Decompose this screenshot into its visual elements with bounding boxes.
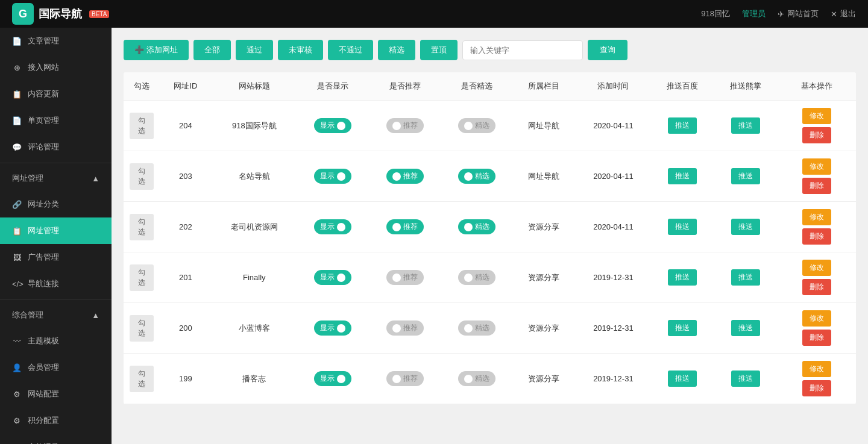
cell-title-203: 名站导航	[212, 151, 297, 202]
sidebar-item-single[interactable]: 📄 单页管理	[0, 107, 112, 134]
push-baidu-btn-199[interactable]: 推送	[668, 371, 697, 387]
sidebar-item-comment[interactable]: 💬 评论管理	[0, 134, 112, 160]
member-icon: 👤	[12, 363, 22, 372]
chevron-up-icon: ▲	[92, 174, 99, 183]
sidebar-item-url-category[interactable]: 🔗 网址分类	[0, 191, 112, 217]
th-category: 所属栏目	[512, 72, 576, 101]
nav-home[interactable]: ✈ 网站首页	[778, 8, 819, 19]
toggle-featured-201[interactable]: 精选	[458, 270, 495, 285]
cell-category-204: 网址导航	[512, 101, 576, 151]
edit-btn-199[interactable]: 修改	[802, 361, 831, 377]
user-role[interactable]: 管理员	[742, 8, 766, 19]
close-icon: ✕	[831, 10, 837, 19]
filter-pending-button[interactable]: 未审核	[278, 40, 323, 60]
push-baidu-btn-200[interactable]: 推送	[668, 320, 697, 336]
check-btn-204[interactable]: 勾选	[130, 113, 154, 139]
toggle-featured-199[interactable]: 精选	[458, 371, 495, 386]
toggle-recommend-199[interactable]: 推荐	[386, 371, 424, 386]
push-baidu-btn-203[interactable]: 推送	[668, 168, 697, 184]
comment-icon: 💬	[12, 143, 22, 152]
filter-all-button[interactable]: 全部	[193, 40, 231, 60]
check-btn-203[interactable]: 勾选	[130, 163, 154, 190]
check-btn-199[interactable]: 勾选	[130, 366, 154, 392]
delete-btn-200[interactable]: 删除	[802, 330, 831, 346]
toggle-recommend-200[interactable]: 推荐	[386, 320, 424, 336]
delete-btn-204[interactable]: 删除	[802, 127, 831, 143]
cell-ops-204: 修改 删除	[777, 101, 856, 151]
toggle-display-204[interactable]: 显示	[314, 118, 351, 133]
toggle-recommend-202[interactable]: 推荐	[386, 219, 424, 234]
cell-title-201: Finally	[212, 252, 297, 303]
cell-recommend-199: 推荐	[369, 354, 441, 404]
add-url-button[interactable]: ➕ 添加网址	[124, 40, 189, 60]
filter-reject-button[interactable]: 不通过	[328, 40, 373, 60]
filter-bar: ➕ 添加网址 全部 通过 未审核 不通过 精选 置顶 查询	[124, 40, 856, 60]
sidebar-item-site-config[interactable]: ⚙ 网站配置	[0, 381, 112, 407]
edit-btn-203[interactable]: 修改	[802, 158, 831, 175]
push-baidu-btn-204[interactable]: 推送	[668, 117, 697, 134]
sidebar-item-url-manage[interactable]: 📋 网址管理	[0, 217, 112, 244]
push-xiong-btn-202[interactable]: 推送	[731, 219, 760, 235]
cell-id-199: 199	[160, 354, 212, 404]
cell-category-202: 资源分享	[512, 202, 576, 252]
search-button[interactable]: 查询	[588, 40, 627, 60]
search-input[interactable]	[462, 40, 583, 60]
cell-push-baidu-202: 推送	[651, 202, 714, 252]
toggle-display-203[interactable]: 显示	[314, 169, 351, 184]
push-xiong-btn-201[interactable]: 推送	[731, 269, 760, 286]
delete-btn-199[interactable]: 删除	[802, 380, 831, 396]
toggle-display-200[interactable]: 显示	[314, 320, 351, 336]
filter-featured-button[interactable]: 精选	[378, 40, 415, 60]
edit-btn-204[interactable]: 修改	[802, 108, 831, 124]
sidebar-item-points[interactable]: ⚙ 积分配置	[0, 407, 112, 434]
cell-check-199: 勾选	[124, 354, 160, 404]
delete-btn-201[interactable]: 删除	[802, 279, 831, 295]
edit-btn-200[interactable]: 修改	[802, 310, 831, 327]
check-btn-202[interactable]: 勾选	[130, 214, 154, 240]
sidebar-item-ad[interactable]: 🖼 广告管理	[0, 244, 112, 270]
push-xiong-btn-199[interactable]: 推送	[731, 371, 760, 387]
toggle-recommend-201[interactable]: 推荐	[386, 270, 424, 285]
cell-date-202: 2020-04-11	[576, 202, 652, 252]
check-btn-200[interactable]: 勾选	[130, 315, 154, 342]
cell-recommend-203: 推荐	[369, 151, 441, 202]
toggle-featured-202[interactable]: 精选	[458, 219, 495, 234]
filter-pass-button[interactable]: 通过	[236, 40, 273, 60]
delete-btn-203[interactable]: 删除	[802, 178, 831, 194]
edit-btn-202[interactable]: 修改	[802, 209, 831, 225]
filter-top-button[interactable]: 置顶	[420, 40, 458, 60]
check-btn-201[interactable]: 勾选	[130, 264, 154, 291]
toggle-recommend-203[interactable]: 推荐	[386, 169, 424, 184]
push-xiong-btn-203[interactable]: 推送	[731, 168, 760, 184]
sidebar-group-general[interactable]: 综合管理 ▲	[0, 302, 112, 328]
sidebar-item-theme[interactable]: 〰 主题模板	[0, 328, 112, 354]
sidebar-item-article[interactable]: 📄 文章管理	[0, 28, 112, 54]
push-xiong-btn-204[interactable]: 推送	[731, 117, 760, 134]
sidebar-item-member[interactable]: 👤 会员管理	[0, 354, 112, 381]
cell-push-baidu-199: 推送	[651, 354, 714, 404]
sidebar-item-content[interactable]: 📋 内容更新	[0, 81, 112, 107]
toggle-display-199[interactable]: 显示	[314, 371, 351, 386]
cell-display-201: 显示	[297, 252, 369, 303]
push-xiong-btn-200[interactable]: 推送	[731, 320, 760, 336]
toggle-display-202[interactable]: 显示	[314, 219, 351, 234]
delete-btn-202[interactable]: 删除	[802, 228, 831, 245]
sidebar-group-url[interactable]: 网址管理 ▲	[0, 166, 112, 191]
nav-exit[interactable]: ✕ 退出	[831, 8, 856, 19]
push-baidu-btn-202[interactable]: 推送	[668, 219, 697, 235]
toggle-featured-204[interactable]: 精选	[458, 118, 495, 133]
sidebar-item-nav-link[interactable]: </> 导航连接	[0, 270, 112, 297]
toggle-recommend-204[interactable]: 推荐	[386, 118, 424, 133]
table-row: 勾选 203名站导航 显示 推荐 精选 网址导航2020-04-11 推送 推送…	[124, 151, 856, 202]
cell-push-baidu-203: 推送	[651, 151, 714, 202]
toggle-featured-200[interactable]: 精选	[458, 320, 495, 336]
cell-push-xiong-201: 推送	[714, 252, 778, 303]
push-baidu-btn-201[interactable]: 推送	[668, 269, 697, 286]
edit-btn-201[interactable]: 修改	[802, 260, 831, 276]
theme-icon: 〰	[12, 337, 22, 346]
toggle-featured-203[interactable]: 精选	[458, 169, 495, 184]
ad-icon: 🖼	[12, 253, 22, 262]
sidebar-item-recharge[interactable]: 💳 充值记录	[0, 434, 112, 444]
toggle-display-201[interactable]: 显示	[314, 270, 351, 285]
sidebar-item-connect[interactable]: ⊕ 接入网站	[0, 54, 112, 81]
